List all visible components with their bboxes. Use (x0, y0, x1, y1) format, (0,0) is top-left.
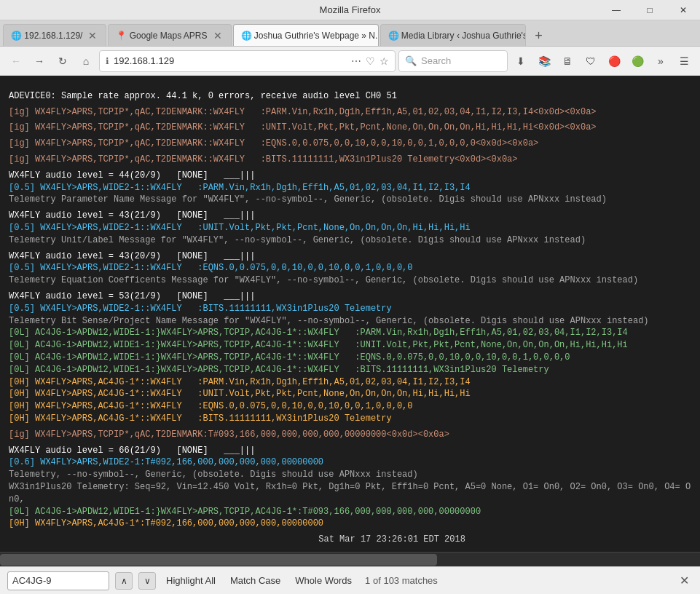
tab-192[interactable]: 🌐 192.168.1.129/ ✕ (3, 24, 106, 46)
tab-close-192[interactable]: ✕ (87, 30, 98, 41)
content-line: Telemetry Equation Coefficents Message f… (9, 274, 691, 287)
tab-label: Joshua Guthrie's Webpage » N... (254, 31, 379, 41)
new-tab-button[interactable]: + (529, 25, 549, 46)
back-button[interactable]: ← (6, 51, 26, 71)
whole-words-option[interactable]: Whole Words (291, 573, 356, 588)
content-line: [ig] WX4FLY>APRS,TCPIP*,qAC,T2DENMARK::W… (9, 154, 691, 166)
content-line: Telemetry Parameter Name Message for "WX… (9, 194, 691, 206)
highlight-all-option[interactable]: Highlight All (162, 573, 220, 588)
tab-label: Google Maps APRS (130, 31, 208, 41)
content-line: [0L] AC4JG-1>APDW12,WIDE1-1:}WX4FLY>APRS… (9, 327, 691, 339)
bookmarks-icon[interactable]: 📚 (534, 51, 554, 71)
nav-icons-right: ⬇ 📚 🖥 🛡 🔴 🟢 » ☰ (511, 51, 694, 71)
content-line: [0L] AC4JG-1>APDW12,WIDE1-1:}WX4FLY>APRS… (9, 352, 691, 364)
content-line: WX4FLY audio level = 44(20/9) [NONE] ___… (9, 170, 691, 182)
content-line: Telemetry Unit/Label Message for "WX4FLY… (9, 234, 691, 247)
info-icon: ℹ (106, 56, 109, 66)
content-line: [0.5] WX4FLY>APRS,WIDE2-1::WX4FLY :UNIT.… (9, 222, 691, 234)
forward-button[interactable]: → (29, 51, 50, 71)
tab-favicon: 🌐 (388, 31, 399, 41)
whole-words-label: Whole Words (295, 575, 352, 586)
tab-favicon: 🌐 (11, 31, 22, 41)
addon2-icon[interactable]: 🔴 (604, 51, 624, 71)
find-matches-count: 1 of 103 matches (365, 575, 438, 586)
content-line: [0L] AC4JG-1>APDW12,WIDE1-1:}WX4FLY>APRS… (9, 506, 691, 518)
content-line: WX3in1Plus20 Telemetry: Seq=92, Vin=12.4… (9, 481, 691, 506)
tab-label: 192.168.1.129/ (24, 31, 82, 41)
find-bar: ∧ ∨ Highlight All Match Case Whole Words… (0, 566, 700, 594)
close-button[interactable]: ✕ (666, 0, 700, 20)
tab-favicon: 🌐 (241, 31, 252, 41)
minimize-button[interactable]: — (599, 0, 633, 20)
content-line: [0H] WX4FLY>APRS,AC4JG-1*::WX4FLY :UNIT.… (9, 388, 691, 400)
tab-close-googlemaps[interactable]: ✕ (212, 30, 224, 41)
tab-label: Media Library ‹ Joshua Guthrie's... (401, 31, 526, 41)
content-line: Telemetry Bit Sense/Project Name Message… (9, 315, 691, 328)
content-line: Telemetry, --no-symbol--, Generic, (obso… (9, 469, 691, 481)
tab-media[interactable]: 🌐 Media Library ‹ Joshua Guthrie's... ✕ (380, 24, 526, 46)
content-line: WX4FLY audio level = 66(21/9) [NONE] ___… (9, 445, 691, 457)
nav-bar: ← → ↻ ⌂ ℹ 192.168.1.129 ⋯ ♡ ☆ 🔍 Search ⬇… (0, 47, 700, 76)
content-line: [ig] WX4FLY>APRS,TCPIP*,qAC,T2DENMARK::W… (9, 122, 691, 134)
title-bar: Mozilla Firefox — □ ✕ (0, 0, 700, 20)
tab-favicon: 📍 (116, 31, 127, 41)
h-scroll-thumb[interactable] (0, 554, 437, 566)
match-case-label: Match Case (230, 575, 280, 586)
highlight-all-label: Highlight All (166, 575, 216, 586)
content-line: [0H] WX4FLY>APRS,AC4JG-1*::WX4FLY :PARM.… (9, 376, 691, 389)
download-icon[interactable]: ⬇ (511, 51, 531, 71)
search-placeholder: Search (421, 55, 451, 66)
synced-tabs-icon[interactable]: 🖥 (557, 51, 578, 71)
content-line: [0.5] WX4FLY>APRS,WIDE2-1::WX4FLY :PARM.… (9, 182, 691, 194)
tab-joshua[interactable]: 🌐 Joshua Guthrie's Webpage » N... ✕ (233, 24, 379, 46)
find-close-button[interactable]: ✕ (675, 572, 693, 590)
url-bar[interactable]: ℹ 192.168.1.129 ⋯ ♡ ☆ (99, 50, 396, 72)
content-line: [ig] WX4FLY>APRS,TCPIP*,qAC,T2DENMARK::W… (9, 106, 691, 119)
addon1-icon[interactable]: 🛡 (581, 51, 601, 71)
search-bar[interactable]: 🔍 Search (398, 50, 508, 72)
content-area[interactable]: ADEVICE0: Sample rate approx. 44.1 k, 0 … (0, 76, 700, 552)
match-case-option[interactable]: Match Case (226, 573, 285, 588)
content-line: [0.5] WX4FLY>APRS,WIDE2-1::WX4FLY :BITS.… (9, 303, 691, 315)
horizontal-scrollbar[interactable] (0, 552, 700, 566)
content-line: [0L] AC4JG-1>APDW12,WIDE1-1:}WX4FLY>APRS… (9, 364, 691, 376)
home-button[interactable]: ⌂ (76, 51, 96, 71)
content-line: [0.5] WX4FLY>APRS,WIDE2-1::WX4FLY :EQNS.… (9, 262, 691, 274)
content-line: [ig] WX4FLY>APRS,TCPIP*,qAC,T2DENMARK:T#… (9, 429, 691, 441)
content-line: Sat Mar 17 23:26:01 EDT 2018 (9, 534, 691, 546)
content-line: WX4FLY audio level = 53(21/9) [NONE] ___… (9, 290, 691, 303)
tab-googlemaps[interactable]: 📍 Google Maps APRS ✕ (108, 24, 231, 46)
tab-bar: 🌐 192.168.1.129/ ✕ 📍 Google Maps APRS ✕ … (0, 20, 700, 47)
content-line: [0H] WX4FLY>APRS,AC4JG-1*::WX4FLY :EQNS.… (9, 400, 691, 413)
find-next-button[interactable]: ∨ (138, 572, 156, 590)
url-actions: ⋯ ♡ ☆ (351, 55, 389, 67)
window-controls: — □ ✕ (599, 0, 700, 20)
find-prev-button[interactable]: ∧ (115, 572, 133, 590)
addon3-icon[interactable]: 🟢 (627, 51, 648, 71)
content-line: [0H] WX4FLY>APRS,AC4JG-1*::WX4FLY :BITS.… (9, 413, 691, 425)
bookmark-icon[interactable]: ♡ (366, 55, 375, 67)
reload-button[interactable]: ↻ (52, 51, 73, 71)
maximize-button[interactable]: □ (633, 0, 666, 20)
content-line: ADEVICE0: Sample rate approx. 44.1 k, 0 … (9, 90, 691, 103)
content-line: [ig] WX4FLY>APRS,TCPIP*,qAC,T2DENMARK::W… (9, 138, 691, 150)
more-icon[interactable]: ⋯ (351, 55, 361, 67)
content-line: [0L] AC4JG-1>APDW12,WIDE1-1:}WX4FLY>APRS… (9, 339, 691, 352)
content-line: WX4FLY audio level = 43(20/9) [NONE] ___… (9, 250, 691, 263)
more-tools-icon[interactable]: » (650, 51, 671, 71)
content-line: WX4FLY audio level = 43(21/9) [NONE] ___… (9, 210, 691, 222)
content-line: [0H] WX4FLY>APRS,AC4JG-1*:T#092,166,000,… (9, 518, 691, 530)
window-title: Mozilla Firefox (320, 4, 381, 15)
star-icon[interactable]: ☆ (380, 55, 389, 67)
url-text: 192.168.1.129 (114, 55, 351, 66)
search-icon: 🔍 (405, 55, 417, 66)
find-input[interactable] (7, 571, 109, 590)
content-line: [0.6] WX4FLY>APRS,WIDE2-1:T#092,166,000,… (9, 456, 691, 469)
menu-icon[interactable]: ☰ (674, 51, 694, 71)
